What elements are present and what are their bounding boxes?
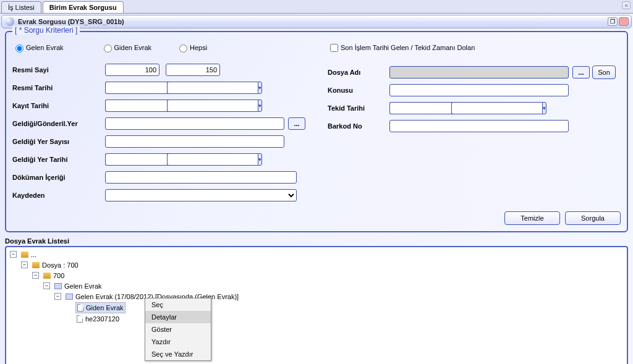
radio-hepsi[interactable]: Hepsi (176, 43, 207, 53)
tree-node-label: ... (31, 250, 36, 260)
label-resmi-tarihi: Resmi Tarihi (12, 84, 105, 91)
window-icon (6, 17, 14, 26)
son-button[interactable]: Son (592, 66, 616, 79)
file-icon (77, 315, 83, 323)
menu-item-goster[interactable]: Göster (145, 323, 211, 336)
fieldset-legend: [ * Sorgu Kriterleri ] (12, 26, 80, 35)
checkbox-input-son-islem[interactable] (330, 44, 338, 52)
radio-gelen-evrak[interactable]: Gelen Evrak (12, 43, 64, 53)
input-geldigi-yer-tarihi-to[interactable] (167, 153, 258, 166)
label-dosya-adi: Dosya Adı (328, 69, 389, 76)
tree-node-gelen-evrak[interactable]: Gelen Evrak (53, 281, 103, 291)
radio-input-hepsi[interactable] (179, 44, 187, 53)
expand-toggle[interactable]: − (21, 261, 28, 268)
input-resmi-sayi-from[interactable] (105, 64, 159, 76)
tree-node-label: Giden Evrak (86, 303, 124, 313)
window-close-button[interactable] (619, 17, 629, 26)
inner-window-title-bar: Evrak Sorgusu (DYS_SRG_001b) ❐ (1, 15, 632, 28)
folder-icon (21, 252, 28, 258)
checkbox-label: Son İşlem Tarihi Gelen / Tekid Zamanı Do… (341, 44, 475, 51)
context-menu: Seç Detaylar Göster Yazdır Seç ve Yazdır (145, 298, 211, 361)
action-button-bar: Temizle Sorgula (12, 211, 621, 225)
tree-leaf-giden-evrak[interactable]: Giden Evrak (75, 302, 125, 313)
criteria-right-column: Son İşlem Tarihi Gelen / Tekid Zamanı Do… (328, 41, 621, 206)
radio-giden-evrak[interactable]: Giden Evrak (101, 43, 152, 53)
input-tekid-tarihi-to[interactable] (451, 102, 542, 114)
temizle-button[interactable]: Temizle (504, 211, 560, 225)
input-kayit-tarihi-to[interactable] (167, 99, 258, 112)
tab-bar: İş Listesi Birim Evrak Sorgusu « (0, 0, 633, 14)
browse-geldigi-button[interactable]: ... (288, 117, 305, 130)
label-kaydeden: Kaydeden (12, 192, 105, 199)
expand-toggle[interactable]: − (54, 293, 61, 300)
dropdown-icon[interactable]: ▾ (258, 99, 262, 112)
radio-input-gelen[interactable] (15, 44, 23, 53)
input-geldigi-gonderil[interactable] (105, 117, 284, 130)
label-kayit-tarihi: Kayıt Tarihi (12, 102, 105, 109)
label-resmi-sayi: Resmi Sayi (12, 66, 105, 74)
tree-node-label: Dosya : 700 (42, 260, 79, 270)
radio-input-giden[interactable] (104, 44, 112, 53)
tree-view[interactable]: − ... − Dosya : 700 − 700 − (5, 246, 628, 364)
radio-label: Giden Evrak (114, 44, 152, 51)
folder-icon (43, 273, 51, 279)
tree-leaf-he-file[interactable]: he2307120 (75, 314, 121, 324)
menu-item-detaylar[interactable]: Detaylar (145, 311, 211, 323)
tree-node-label: Gelen Evrak (64, 281, 102, 291)
input-dosya-adi (389, 66, 569, 78)
input-resmi-sayi-to[interactable] (166, 64, 220, 76)
tree-node-700[interactable]: 700 (42, 271, 66, 281)
label-dokuman-icerigi: Döküman İçeriği (12, 174, 105, 181)
tree-root-node[interactable]: ... (20, 250, 38, 260)
radio-label: Gelen Evrak (26, 44, 64, 51)
input-konusu[interactable] (389, 84, 569, 96)
menu-item-sec-ve-yazdir[interactable]: Seç ve Yazdır (145, 348, 211, 360)
criteria-fieldset: [ * Sorgu Kriterleri ] Gelen Evrak Giden… (5, 31, 628, 232)
tab-label: Birim Evrak Sorgusu (49, 4, 117, 11)
input-barkod-no[interactable] (389, 120, 569, 132)
expand-toggle[interactable]: − (32, 272, 39, 279)
tab-label: İş Listesi (8, 4, 35, 11)
browse-dosya-button[interactable]: ... (572, 66, 590, 78)
menu-item-sec[interactable]: Seç (145, 298, 211, 311)
menu-item-yazdir[interactable]: Yazdır (145, 336, 211, 348)
label-geldigi-yer-tarihi: Geldiği Yer Tarihi (12, 156, 105, 163)
tree-section-title: Dosya Evrak Listesi (5, 237, 628, 245)
window-title: Evrak Sorgusu (DYS_SRG_001b) (18, 18, 124, 25)
checkbox-son-islem[interactable]: Son İşlem Tarihi Gelen / Tekid Zamanı Do… (328, 42, 475, 54)
label-tekid-tarihi: Tekid Tarihi (328, 104, 389, 112)
folder-icon (32, 262, 40, 268)
label-konusu: Konusu (328, 87, 389, 94)
expand-toggle[interactable]: − (43, 282, 50, 289)
tree-node-label: 700 (53, 271, 64, 281)
tab-birim-evrak[interactable]: Birim Evrak Sorgusu (43, 1, 124, 13)
radio-label: Hepsi (190, 44, 207, 51)
dropdown-icon[interactable]: ▾ (542, 102, 546, 114)
dropdown-icon[interactable]: ▾ (258, 153, 262, 166)
layer-icon (66, 294, 73, 300)
tab-is-listesi[interactable]: İş Listesi (1, 1, 41, 13)
window-maximize-button[interactable]: ❐ (608, 17, 618, 26)
label-barkod-no: Barkod No (328, 122, 389, 130)
tree-node-label: he2307120 (85, 314, 119, 324)
tree-node-dosya700[interactable]: Dosya : 700 (31, 260, 80, 270)
input-geldigi-yer-sayisi[interactable] (105, 135, 284, 148)
input-resmi-tarihi-to[interactable] (167, 82, 258, 94)
label-geldigi-gonderil: Geldiği/Gönderil.Yer (12, 120, 105, 127)
input-dokuman-icerigi[interactable] (105, 171, 297, 184)
sorgula-button[interactable]: Sorgula (565, 211, 621, 225)
label-geldigi-yer-sayisi: Geldiği Yer Sayısı (12, 138, 105, 145)
file-icon (77, 304, 83, 311)
criteria-left-column: Gelen Evrak Giden Evrak Hepsi Resmi Sayi… (12, 41, 309, 206)
tab-scroll-left[interactable]: « (622, 1, 631, 9)
select-kaydeden[interactable] (105, 189, 297, 201)
dropdown-icon[interactable]: ▾ (258, 82, 262, 94)
layer-icon (54, 283, 62, 289)
expand-toggle[interactable]: − (10, 251, 17, 258)
